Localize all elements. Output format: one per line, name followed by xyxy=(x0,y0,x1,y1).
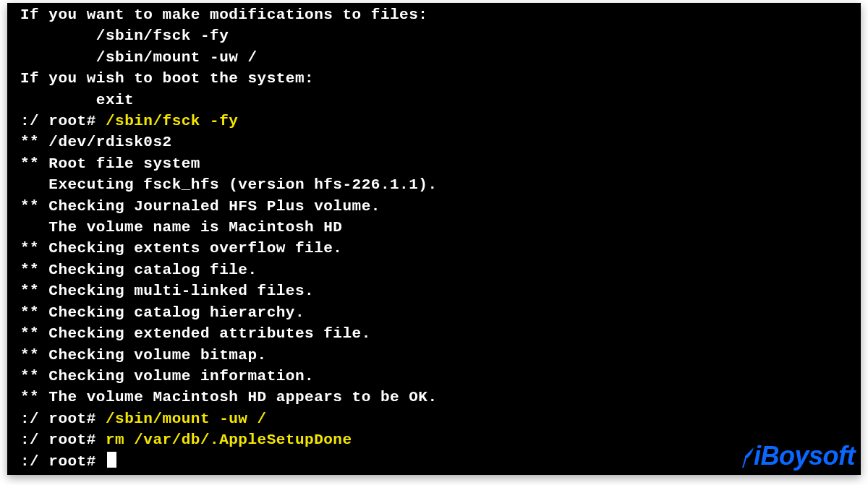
terminal-line: ** Checking catalog hierarchy. xyxy=(7,302,861,323)
terminal-command: rm /var/db/.AppleSetupDone xyxy=(106,432,352,448)
terminal-command: /sbin/mount -uw / xyxy=(106,411,267,427)
terminal-line: ** Checking extended attributes file. xyxy=(7,323,861,344)
terminal-line: If you want to make modifications to fil… xyxy=(7,4,861,25)
terminal-line: ** Checking Journaled HFS Plus volume. xyxy=(7,196,861,217)
terminal-line: Executing fsck_hfs (version hfs-226.1.1)… xyxy=(7,174,861,195)
terminal-line: ** /dev/rdisk0s2 xyxy=(7,132,861,153)
terminal-window: If you want to make modifications to fil… xyxy=(7,3,861,475)
terminal-line: ** Checking extents overflow file. xyxy=(7,238,861,259)
terminal-line: /sbin/fsck -fy xyxy=(7,25,861,46)
watermark-text: iBoysoft xyxy=(754,443,855,469)
terminal-cursor xyxy=(107,452,116,468)
terminal-line: ** Root file system xyxy=(7,153,861,174)
terminal-output[interactable]: If you want to make modifications to fil… xyxy=(7,3,861,475)
terminal-prompt: :/ root# xyxy=(20,411,106,427)
terminal-line: :/ root# xyxy=(7,451,861,472)
terminal-line: If you wish to boot the system: xyxy=(7,68,861,89)
terminal-line: ** Checking volume bitmap. xyxy=(7,345,861,366)
terminal-line: ** Checking volume information. xyxy=(7,366,861,387)
terminal-command: /sbin/fsck -fy xyxy=(106,113,238,129)
terminal-prompt: :/ root# xyxy=(20,453,106,470)
terminal-line: ** Checking multi-linked files. xyxy=(7,280,861,301)
terminal-line: The volume name is Macintosh HD xyxy=(7,217,861,238)
terminal-line: :/ root# rm /var/db/.AppleSetupDone xyxy=(7,429,861,450)
terminal-line: /sbin/mount -uw / xyxy=(7,47,861,68)
watermark-icon xyxy=(742,447,755,468)
terminal-line: ** Checking catalog file. xyxy=(7,259,861,280)
terminal-line: :/ root# /sbin/mount -uw / xyxy=(7,408,861,429)
terminal-line: exit xyxy=(7,90,861,111)
terminal-line: :/ root# /sbin/fsck -fy xyxy=(7,111,861,132)
watermark: iBoysoft xyxy=(742,443,855,469)
terminal-line: ** The volume Macintosh HD appears to be… xyxy=(7,387,861,408)
terminal-prompt: :/ root# xyxy=(20,432,106,448)
terminal-prompt: :/ root# xyxy=(20,113,106,129)
